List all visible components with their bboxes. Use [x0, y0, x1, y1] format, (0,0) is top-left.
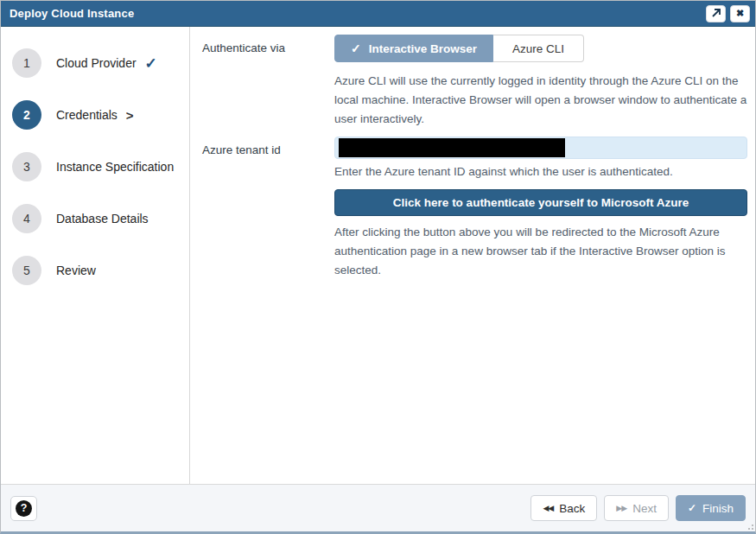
back-icon: ◀◀: [543, 504, 553, 512]
selected-check-icon: ✓: [351, 41, 361, 55]
azure-tenant-id-row: Azure tenant id Enter the Azure tenant I…: [202, 137, 747, 178]
finish-check-icon: ✓: [688, 502, 696, 514]
authenticate-via-help-text: Azure CLI will use the currently logged …: [334, 72, 747, 129]
resize-grip[interactable]: [745, 521, 753, 530]
next-icon: ▶▶: [616, 504, 626, 512]
azure-tenant-id-label: Azure tenant id: [202, 137, 334, 178]
toggle-option-label: Azure CLI: [512, 42, 564, 55]
toggle-interactive-browser[interactable]: ✓ Interactive Browser: [334, 35, 493, 62]
footer-nav-buttons: ◀◀ Back ▶▶ Next ✓ Finish: [530, 495, 746, 521]
finish-button[interactable]: ✓ Finish: [676, 495, 746, 521]
step-number-badge: 4: [12, 204, 41, 233]
step-label: Credentials: [56, 108, 118, 122]
step-label: Cloud Provider: [56, 56, 137, 70]
maximize-icon: [711, 9, 721, 18]
authenticate-azure-button[interactable]: Click here to authenticate yourself to M…: [334, 189, 747, 216]
back-button[interactable]: ◀◀ Back: [530, 495, 597, 521]
step-label: Instance Specification: [56, 160, 174, 174]
authenticate-via-label: Authenticate via: [202, 35, 334, 129]
step-credentials[interactable]: 2 Credentials >: [1, 89, 189, 141]
step-completed-check-icon: ✓: [145, 54, 157, 73]
close-button[interactable]: ✖: [730, 5, 750, 22]
toggle-option-label: Interactive Browser: [369, 42, 477, 55]
back-button-label: Back: [559, 502, 585, 515]
step-number-badge: 3: [12, 152, 41, 181]
finish-button-label: Finish: [702, 502, 734, 515]
toggle-azure-cli[interactable]: Azure CLI: [493, 35, 584, 62]
dialog-titlebar: Deploy Cloud Instance ✖: [1, 1, 755, 27]
step-number-badge: 2: [12, 100, 41, 130]
step-number-badge: 1: [12, 48, 41, 78]
deploy-cloud-instance-dialog: Deploy Cloud Instance ✖ 1 Cloud Provider…: [0, 0, 756, 534]
titlebar-buttons: ✖: [706, 5, 750, 22]
help-button[interactable]: ?: [10, 496, 37, 521]
step-chevron-icon: >: [126, 108, 134, 123]
step-database-details[interactable]: 4 Database Details: [1, 193, 189, 245]
maximize-button[interactable]: [706, 5, 726, 22]
credentials-form: Authenticate via ✓ Interactive Browser A…: [190, 27, 755, 484]
next-button-label: Next: [632, 502, 657, 515]
step-review[interactable]: 5 Review: [1, 245, 189, 296]
step-label: Database Details: [56, 212, 149, 226]
redacted-value-overlay: [339, 138, 565, 157]
azure-tenant-id-help-text: Enter the Azure tenant ID against which …: [334, 165, 747, 178]
authenticate-via-row: Authenticate via ✓ Interactive Browser A…: [202, 35, 747, 129]
step-instance-specification[interactable]: 3 Instance Specification: [1, 141, 189, 193]
authenticate-via-toggle: ✓ Interactive Browser Azure CLI: [334, 35, 584, 62]
dialog-body: 1 Cloud Provider ✓ 2 Credentials > 3 Ins…: [1, 27, 755, 484]
dialog-footer: ? ◀◀ Back ▶▶ Next ✓ Finish: [1, 484, 755, 531]
azure-auth-help-text: After clicking the button above you will…: [334, 223, 747, 280]
close-icon: ✖: [736, 8, 744, 19]
azure-auth-row: Click here to authenticate yourself to M…: [202, 189, 747, 280]
azure-tenant-id-input[interactable]: [334, 137, 747, 159]
step-cloud-provider[interactable]: 1 Cloud Provider ✓: [1, 37, 189, 89]
dialog-title: Deploy Cloud Instance: [10, 7, 134, 20]
step-number-badge: 5: [12, 256, 41, 285]
step-label: Review: [56, 264, 96, 277]
wizard-steps-sidebar: 1 Cloud Provider ✓ 2 Credentials > 3 Ins…: [1, 27, 190, 484]
help-icon: ?: [16, 500, 32, 517]
next-button[interactable]: ▶▶ Next: [604, 495, 669, 521]
